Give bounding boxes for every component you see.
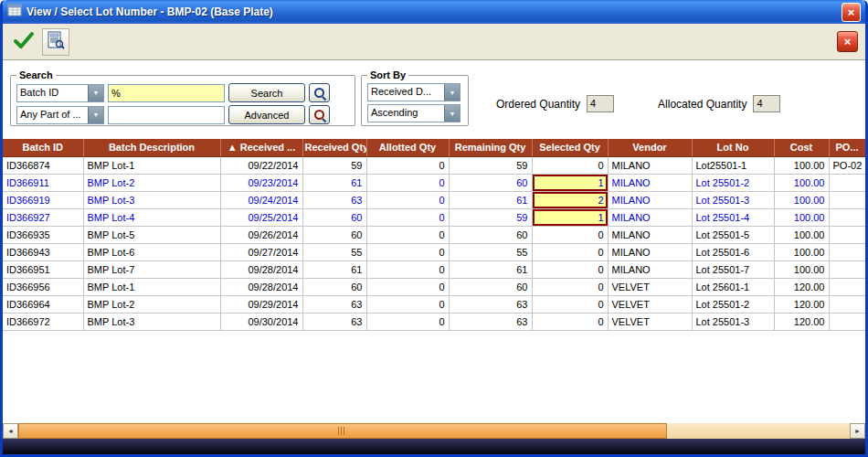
- table-cell[interactable]: 09/28/2014: [220, 278, 302, 295]
- table-cell[interactable]: 1: [532, 208, 608, 226]
- table-cell[interactable]: BMP Lot-2: [83, 174, 220, 191]
- table-cell[interactable]: ID366927: [3, 208, 83, 226]
- table-cell[interactable]: 120.00: [774, 278, 829, 295]
- table-cell[interactable]: 120.00: [774, 313, 829, 330]
- search-query-input[interactable]: [108, 84, 225, 102]
- table-row[interactable]: ID366919BMP Lot-309/24/2014630612MILANOL…: [3, 191, 865, 208]
- table-cell[interactable]: BMP Lot-6: [83, 243, 220, 260]
- table-cell[interactable]: BMP Lot-5: [83, 226, 220, 243]
- table-cell[interactable]: 59: [449, 208, 532, 226]
- table-cell[interactable]: Lot 25601-1: [692, 278, 774, 295]
- table-cell[interactable]: BMP Lot-2: [83, 295, 220, 313]
- table-cell[interactable]: BMP Lot-3: [83, 191, 220, 208]
- accept-button[interactable]: [10, 28, 37, 56]
- table-row[interactable]: ID366972BMP Lot-309/30/2014630630VELVETL…: [3, 313, 865, 330]
- table-cell[interactable]: 55: [449, 243, 532, 260]
- table-cell[interactable]: MILANO: [608, 208, 692, 226]
- table-cell[interactable]: PO-02: [829, 156, 865, 174]
- table-cell[interactable]: VELVET: [608, 313, 692, 330]
- table-cell[interactable]: [829, 295, 865, 313]
- table-cell[interactable]: 0: [532, 156, 608, 174]
- column-header-received-qty[interactable]: Received Qty: [302, 139, 366, 156]
- table-cell[interactable]: ID366964: [3, 295, 83, 313]
- table-cell[interactable]: 100.00: [774, 208, 829, 226]
- table-cell[interactable]: ID366911: [3, 174, 83, 191]
- dropdown-arrow-icon[interactable]: ▼: [444, 105, 460, 122]
- table-cell[interactable]: Lot 25501-3: [692, 191, 774, 208]
- table-cell[interactable]: 100.00: [774, 191, 829, 208]
- column-header-selected-qty[interactable]: Selected Qty: [532, 139, 608, 156]
- table-cell[interactable]: MILANO: [608, 174, 692, 191]
- sort-order-dropdown[interactable]: Ascending ▼: [367, 104, 460, 122]
- table-cell[interactable]: ID366919: [3, 191, 83, 208]
- table-cell[interactable]: 09/27/2014: [220, 243, 302, 260]
- search-button[interactable]: Search: [228, 83, 305, 102]
- dropdown-arrow-icon[interactable]: ▼: [88, 107, 103, 123]
- match-mode-dropdown[interactable]: Any Part of ... ▼: [16, 106, 104, 124]
- report-preview-button[interactable]: [42, 28, 69, 56]
- table-row[interactable]: ID366951BMP Lot-709/28/2014610610MILANOL…: [3, 260, 865, 278]
- table-cell[interactable]: Lot 25501-4: [692, 208, 774, 226]
- table-cell[interactable]: 2: [532, 191, 608, 208]
- table-cell[interactable]: 60: [449, 278, 532, 295]
- table-cell[interactable]: ID366956: [3, 278, 83, 295]
- table-cell[interactable]: 59: [302, 156, 366, 174]
- table-cell[interactable]: Lot 25501-2: [692, 174, 774, 191]
- table-cell[interactable]: 09/25/2014: [220, 208, 302, 226]
- table-cell[interactable]: [829, 313, 865, 330]
- table-cell[interactable]: MILANO: [608, 226, 692, 243]
- table-cell[interactable]: 60: [302, 226, 366, 243]
- table-cell[interactable]: 63: [449, 313, 532, 330]
- table-cell[interactable]: 0: [366, 260, 449, 278]
- table-cell[interactable]: [829, 260, 865, 278]
- table-cell[interactable]: BMP Lot-4: [83, 208, 220, 226]
- search-field-dropdown[interactable]: Batch ID ▼: [16, 84, 104, 102]
- close-button[interactable]: ×: [837, 31, 858, 52]
- table-cell[interactable]: 09/24/2014: [220, 191, 302, 208]
- table-cell[interactable]: 100.00: [774, 226, 829, 243]
- table-cell[interactable]: VELVET: [608, 295, 692, 313]
- secondary-query-input[interactable]: [108, 106, 225, 124]
- table-cell[interactable]: 09/26/2014: [220, 226, 302, 243]
- table-cell[interactable]: 0: [366, 243, 449, 260]
- table-row[interactable]: ID366911BMP Lot-209/23/2014610601MILANOL…: [3, 174, 865, 191]
- column-header-cost[interactable]: Cost: [774, 139, 829, 156]
- table-cell[interactable]: MILANO: [608, 243, 692, 260]
- table-cell[interactable]: BMP Lot-1: [83, 156, 220, 174]
- table-cell[interactable]: 61: [302, 260, 366, 278]
- table-cell[interactable]: 0: [532, 313, 608, 330]
- column-header-batch-description[interactable]: Batch Description: [83, 139, 220, 156]
- table-cell[interactable]: 0: [532, 243, 608, 260]
- table-cell[interactable]: 120.00: [774, 295, 829, 313]
- advanced-button[interactable]: Advanced: [228, 105, 305, 124]
- table-cell[interactable]: 0: [532, 295, 608, 313]
- scroll-right-button[interactable]: ►: [850, 423, 865, 439]
- table-row[interactable]: ID366964BMP Lot-209/29/2014630630VELVETL…: [3, 295, 865, 313]
- horizontal-scrollbar[interactable]: ◄ ►: [3, 423, 865, 439]
- table-cell[interactable]: Lot 25501-2: [692, 295, 774, 313]
- table-cell[interactable]: [829, 278, 865, 295]
- table-cell[interactable]: 0: [366, 208, 449, 226]
- table-cell[interactable]: 09/29/2014: [220, 295, 302, 313]
- table-row[interactable]: ID366943BMP Lot-609/27/2014550550MILANOL…: [3, 243, 865, 260]
- table-cell[interactable]: BMP Lot-7: [83, 260, 220, 278]
- table-cell[interactable]: 63: [302, 295, 366, 313]
- table-cell[interactable]: Lot 25501-7: [692, 260, 774, 278]
- table-cell[interactable]: 60: [302, 278, 366, 295]
- table-cell[interactable]: 61: [302, 174, 366, 191]
- table-row[interactable]: ID366927BMP Lot-409/25/2014600591MILANOL…: [3, 208, 865, 226]
- column-header-received[interactable]: ▲ Received ...: [220, 139, 302, 156]
- dropdown-arrow-icon[interactable]: ▼: [88, 85, 103, 101]
- scroll-left-button[interactable]: ◄: [3, 423, 18, 439]
- sort-field-dropdown[interactable]: Received D... ▼: [367, 83, 460, 101]
- table-cell[interactable]: Lot 25501-6: [692, 243, 774, 260]
- table-cell[interactable]: MILANO: [608, 260, 692, 278]
- table-cell[interactable]: 100.00: [774, 156, 829, 174]
- column-header-batch-id[interactable]: Batch ID: [3, 139, 83, 156]
- table-cell[interactable]: [829, 174, 865, 191]
- table-cell[interactable]: 1: [532, 174, 608, 191]
- table-cell[interactable]: 0: [532, 260, 608, 278]
- table-cell[interactable]: Lot25501-1: [692, 156, 774, 174]
- table-cell[interactable]: 0: [366, 278, 449, 295]
- table-cell[interactable]: 09/23/2014: [220, 174, 302, 191]
